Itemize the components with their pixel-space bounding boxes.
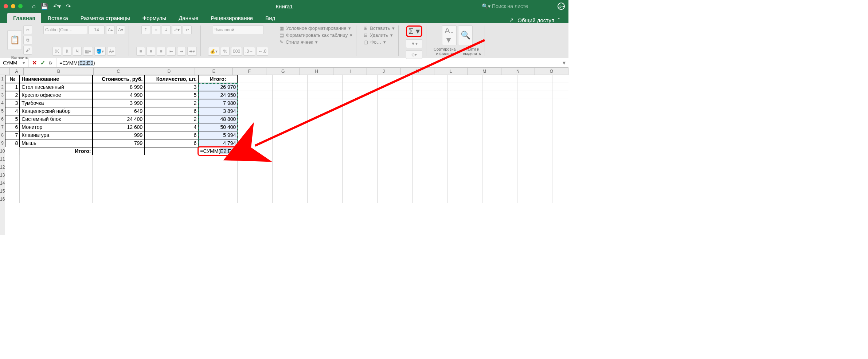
col-header-e[interactable]: E xyxy=(195,68,233,75)
redo-icon[interactable]: ↷ xyxy=(66,3,71,10)
merge-icon[interactable]: ⬌▾ xyxy=(187,47,197,56)
tab-review[interactable]: Рецензирование xyxy=(205,13,259,23)
cell-c5[interactable]: 649 xyxy=(93,107,144,115)
cell-d1[interactable]: Количество, шт. xyxy=(144,75,198,83)
copy-icon[interactable]: ⧉ xyxy=(23,36,32,44)
row-header[interactable]: 5 xyxy=(0,107,5,115)
home-icon[interactable]: ⌂ xyxy=(32,3,36,9)
col-header-f[interactable]: F xyxy=(233,68,266,75)
name-box[interactable]: СУММ▾ xyxy=(0,58,28,67)
search-input[interactable]: 🔍▾ Поиск на листе xyxy=(482,3,555,9)
cell-c6[interactable]: 24 400 xyxy=(93,115,144,123)
paste-button[interactable]: 📋 xyxy=(7,30,22,50)
italic-button[interactable]: К xyxy=(63,47,71,56)
cell-c4[interactable]: 3 990 xyxy=(93,99,144,107)
tab-home[interactable]: Главная xyxy=(7,13,41,23)
close-icon[interactable] xyxy=(4,4,8,8)
col-header-k[interactable]: K xyxy=(400,68,434,75)
cell-a5[interactable]: 4 xyxy=(5,107,20,115)
fx-icon[interactable]: fx xyxy=(49,60,52,66)
orientation-icon[interactable]: ⤢▾ xyxy=(172,25,181,34)
row-header[interactable]: 3 xyxy=(0,91,5,99)
feedback-icon[interactable]: ☺▾ xyxy=(558,3,565,10)
cell-a1[interactable]: № xyxy=(5,75,20,83)
autosum-button[interactable]: Σ ▾ xyxy=(406,25,422,37)
tab-insert[interactable]: Вставка xyxy=(42,13,74,23)
cell-styles-button[interactable]: ✎Стили ячеек ▾ xyxy=(279,39,352,45)
increase-font-icon[interactable]: A▴ xyxy=(106,25,115,34)
row-header[interactable]: 7 xyxy=(0,123,5,131)
cell-c3[interactable]: 4 990 xyxy=(93,91,144,99)
comma-icon[interactable]: 000 xyxy=(231,47,242,56)
collapse-ribbon-icon[interactable]: ˆ xyxy=(558,17,560,23)
cell-d7[interactable]: 4 xyxy=(144,123,198,131)
row-header[interactable]: 8 xyxy=(0,131,5,139)
find-select-button[interactable]: 🔍 xyxy=(458,25,473,45)
cell-c9[interactable]: 799 xyxy=(93,139,144,147)
col-header-d[interactable]: D xyxy=(143,68,195,75)
delete-cells-button[interactable]: ⊟Удалить ▾ xyxy=(364,32,395,38)
format-cells-button[interactable]: ▢Фо… ▾ xyxy=(364,39,395,45)
cell-a8[interactable]: 7 xyxy=(5,131,20,139)
number-format-select[interactable]: Числовой xyxy=(213,25,264,34)
col-header-a[interactable]: A xyxy=(10,68,24,75)
cell-c7[interactable]: 12 600 xyxy=(93,123,144,131)
clear-icon[interactable]: ◇▾ xyxy=(406,50,422,59)
row-header[interactable]: 12 xyxy=(0,163,5,171)
currency-icon[interactable]: 💰▾ xyxy=(208,47,219,56)
decrease-decimal-icon[interactable]: ←.0 xyxy=(257,47,268,56)
cell-b4[interactable]: Тумбочка xyxy=(20,99,93,107)
fill-icon[interactable]: ▼▾ xyxy=(406,39,422,48)
row-header[interactable]: 15 xyxy=(0,187,5,195)
cut-icon[interactable]: ✂ xyxy=(23,25,32,34)
wrap-text-icon[interactable]: ↩ xyxy=(183,25,192,34)
cell-e9[interactable]: 4 794 xyxy=(198,139,238,147)
tab-data[interactable]: Данные xyxy=(173,13,204,23)
cell-b7[interactable]: Монитор xyxy=(20,123,93,131)
font-color-icon[interactable]: A▾ xyxy=(107,47,116,56)
align-bottom-icon[interactable]: ⇣ xyxy=(162,25,171,34)
align-top-icon[interactable]: ⇡ xyxy=(141,25,150,34)
cell-b3[interactable]: Кресло офисное xyxy=(20,91,93,99)
enter-formula-icon[interactable]: ✓ xyxy=(40,59,45,66)
select-all-corner[interactable] xyxy=(0,68,10,75)
font-name-select[interactable]: Calibri (Осн… xyxy=(43,25,87,34)
row-header[interactable]: 9 xyxy=(0,139,5,147)
borders-icon[interactable]: ▦▾ xyxy=(83,47,93,56)
cells-area[interactable]: № Наименование Стоимость, руб. Количеств… xyxy=(5,75,568,235)
cell-d4[interactable]: 2 xyxy=(144,99,198,107)
col-header-m[interactable]: M xyxy=(468,68,501,75)
cell-d8[interactable]: 6 xyxy=(144,131,198,139)
cancel-formula-icon[interactable]: ✕ xyxy=(32,59,37,66)
sort-filter-button[interactable]: A↓▼ xyxy=(442,25,457,45)
cell-a4[interactable]: 3 xyxy=(5,99,20,107)
cell-b1[interactable]: Наименование xyxy=(20,75,93,83)
col-header-j[interactable]: J xyxy=(367,68,400,75)
cell-c2[interactable]: 8 990 xyxy=(93,83,144,91)
cell-b6[interactable]: Системный блок xyxy=(20,115,93,123)
minimize-icon[interactable] xyxy=(11,4,15,8)
row-header[interactable]: 14 xyxy=(0,179,5,187)
cell-e8[interactable]: 5 994 xyxy=(198,131,238,139)
row-header[interactable]: 11 xyxy=(0,155,5,163)
col-header-l[interactable]: L xyxy=(434,68,468,75)
cell-a7[interactable]: 6 xyxy=(5,123,20,131)
font-size-select[interactable]: 14 xyxy=(89,25,105,34)
cell-b10[interactable]: Итого: xyxy=(20,147,93,155)
cell-b8[interactable]: Клавиатура xyxy=(20,131,93,139)
bold-button[interactable]: Ж xyxy=(52,47,61,56)
cell-e1[interactable]: Итого: xyxy=(198,75,238,83)
row-header[interactable]: 1 xyxy=(0,75,5,83)
col-header-i[interactable]: I xyxy=(333,68,367,75)
insert-cells-button[interactable]: ⊞Вставить ▾ xyxy=(364,25,395,31)
cell-e4[interactable]: 7 980 xyxy=(198,99,238,107)
cell-e7[interactable]: 50 400 xyxy=(198,123,238,131)
undo-icon[interactable]: ↶▾ xyxy=(53,3,61,10)
active-cell-e10[interactable]: =СУММ(E2:E9) xyxy=(198,146,245,156)
save-icon[interactable]: 💾 xyxy=(41,3,48,10)
row-header[interactable]: 2 xyxy=(0,83,5,91)
cell-b5[interactable]: Канцелярский набор xyxy=(20,107,93,115)
tab-view[interactable]: Вид xyxy=(259,13,281,23)
cell-a3[interactable]: 2 xyxy=(5,91,20,99)
cell-d2[interactable]: 3 xyxy=(144,83,198,91)
